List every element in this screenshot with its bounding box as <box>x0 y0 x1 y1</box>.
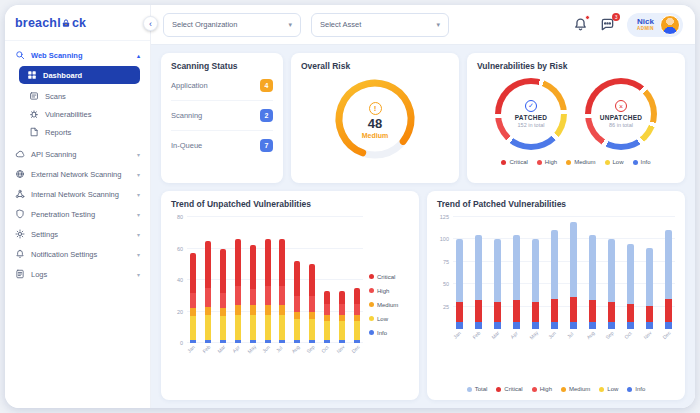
legend-label: Critical <box>377 274 395 280</box>
asset-select[interactable]: Select Asset ▾ <box>311 13 449 37</box>
x-tick-label: Feb <box>475 329 482 342</box>
segment-total <box>494 239 501 302</box>
segment-low <box>250 315 256 340</box>
notifications-bell-button[interactable] <box>573 17 588 32</box>
sidebar-subitem-label: Vulnerabilities <box>45 110 91 119</box>
bar-nov[interactable] <box>646 248 653 329</box>
bar-dec[interactable] <box>665 230 672 329</box>
bar-may[interactable] <box>250 245 256 343</box>
sidebar-item-external-network-scanning[interactable]: External Network Scanning▾ <box>5 164 150 184</box>
legend-dot <box>501 160 506 165</box>
legend-item-medium[interactable]: Medium <box>369 302 409 308</box>
sidebar-item-dashboard[interactable]: Dashboard <box>19 66 140 84</box>
bars <box>456 222 672 329</box>
status-row-scanning: Scanning2 <box>171 101 273 131</box>
segment-high <box>294 296 300 312</box>
legend-label: Critical <box>504 386 522 392</box>
segment-total <box>532 239 539 302</box>
legend-item-low[interactable]: Low <box>599 386 618 392</box>
sidebar: breachl ck ‹ Web Scanning▴DashboardScans… <box>5 5 151 408</box>
segment-critical <box>324 291 330 304</box>
sidebar-item-web-scanning[interactable]: Web Scanning▴ <box>5 45 150 65</box>
segment-info <box>551 322 558 329</box>
y-tick-label: 25 <box>443 304 449 310</box>
bar-sep[interactable] <box>309 264 315 343</box>
segment-info <box>513 322 520 329</box>
avatar <box>660 15 680 35</box>
x-tick-label: Sep <box>608 329 615 342</box>
segment-low <box>309 319 315 339</box>
segment-critical <box>589 300 596 322</box>
bar-oct[interactable] <box>324 291 330 343</box>
bar-jan[interactable] <box>190 253 196 343</box>
chart-body: 255075100125JanFebMarAprMayJunJulAugSepO… <box>437 217 675 392</box>
legend-dot <box>532 387 537 392</box>
segment-critical <box>665 299 672 321</box>
segment-high <box>339 304 345 315</box>
sidebar-item-scans[interactable]: Scans <box>5 87 150 105</box>
messages-button[interactable]: 3 <box>600 17 615 32</box>
bar-may[interactable] <box>532 239 539 329</box>
segment-critical <box>494 302 501 322</box>
legend-label: Total <box>475 386 488 392</box>
y-tick-label: 60 <box>177 246 183 252</box>
bar-nov[interactable] <box>339 291 345 343</box>
legend-item-total[interactable]: Total <box>467 386 488 392</box>
bar-mar[interactable] <box>220 249 226 343</box>
x-tick-label: Oct <box>324 343 330 356</box>
x-tick-label: Feb <box>205 343 211 356</box>
chevron-down-icon: ▾ <box>137 171 140 178</box>
sidebar-item-logs[interactable]: Logs▾ <box>5 264 150 284</box>
legend-item-high[interactable]: High <box>369 288 409 294</box>
bar-jun[interactable] <box>551 230 558 329</box>
user-menu[interactable]: Nick ADMIN <box>627 13 683 37</box>
sidebar-item-api-scanning[interactable]: API Scanning▾ <box>5 144 150 164</box>
bar-apr[interactable] <box>513 235 520 329</box>
segment-critical <box>532 302 539 322</box>
sidebar-item-internal-network-scanning[interactable]: Internal Network Scanning▾ <box>5 184 150 204</box>
bar-feb[interactable] <box>205 241 211 343</box>
bar-sep[interactable] <box>608 239 615 329</box>
segment-high <box>235 286 241 305</box>
topbar-actions: 3 Nick ADMIN <box>573 13 683 37</box>
bar-aug[interactable] <box>589 235 596 329</box>
legend-dot <box>599 387 604 392</box>
bar-mar[interactable] <box>494 239 501 329</box>
bar-oct[interactable] <box>627 244 634 329</box>
unpatched-trend-chart: 020406080JanFebMarAprMayJunJulAugSepOctN… <box>171 217 363 392</box>
bar-jan[interactable] <box>456 239 463 329</box>
organization-select[interactable]: Select Organization ▾ <box>163 13 301 37</box>
legend-item-low[interactable]: Low <box>369 316 409 322</box>
legend-item-info[interactable]: Info <box>627 386 645 392</box>
asset-select-label: Select Asset <box>320 20 361 29</box>
bar-jul[interactable] <box>570 222 577 329</box>
segment-info <box>608 322 615 329</box>
bar-jun[interactable] <box>265 239 271 343</box>
x-tick-label: Oct <box>627 329 634 342</box>
sidebar-item-vulnerabilities[interactable]: Vulnerabilities <box>5 105 150 123</box>
bar-aug[interactable] <box>294 261 300 343</box>
bar-feb[interactable] <box>475 235 482 329</box>
bar-apr[interactable] <box>235 239 241 343</box>
sidebar-item-reports[interactable]: Reports <box>5 123 150 141</box>
segment-critical <box>475 300 482 322</box>
sidebar-item-settings[interactable]: Settings▾ <box>5 224 150 244</box>
sidebar-item-notification-settings[interactable]: Notification Settings▾ <box>5 244 150 264</box>
patched-chart-legend: TotalCriticalHighMediumLowInfo <box>437 386 675 392</box>
sidebar-collapse-button[interactable]: ‹ <box>143 16 158 31</box>
bar-dec[interactable] <box>354 288 360 343</box>
dashboard-content: Scanning Status Application4Scanning2In-… <box>151 45 695 408</box>
legend-item-medium[interactable]: Medium <box>561 386 590 392</box>
segment-critical <box>294 261 300 296</box>
legend-item-critical[interactable]: Critical <box>496 386 522 392</box>
y-tick-label: 80 <box>177 214 183 220</box>
legend-dot <box>467 387 472 392</box>
segment-high <box>309 296 315 312</box>
legend-item-high[interactable]: High <box>532 386 552 392</box>
legend-item-critical[interactable]: Critical <box>369 274 409 280</box>
bar-jul[interactable] <box>279 239 285 343</box>
gear-icon <box>15 229 25 239</box>
legend-item-info[interactable]: Info <box>369 330 409 336</box>
patched-total: 152 in total <box>518 122 545 128</box>
sidebar-item-penetration-testing[interactable]: Penetration Testing▾ <box>5 204 150 224</box>
